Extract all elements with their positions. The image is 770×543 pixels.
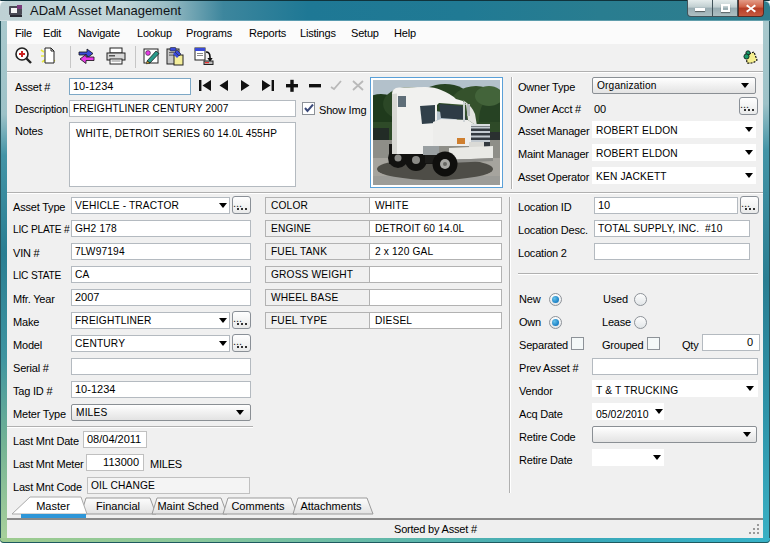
svg-text:Attachments: Attachments	[300, 500, 362, 512]
svg-text:Master: Master	[36, 500, 70, 512]
svg-text:Comments: Comments	[231, 500, 285, 512]
svg-text:Maint Sched: Maint Sched	[157, 500, 218, 512]
svg-text:Financial: Financial	[96, 500, 140, 512]
